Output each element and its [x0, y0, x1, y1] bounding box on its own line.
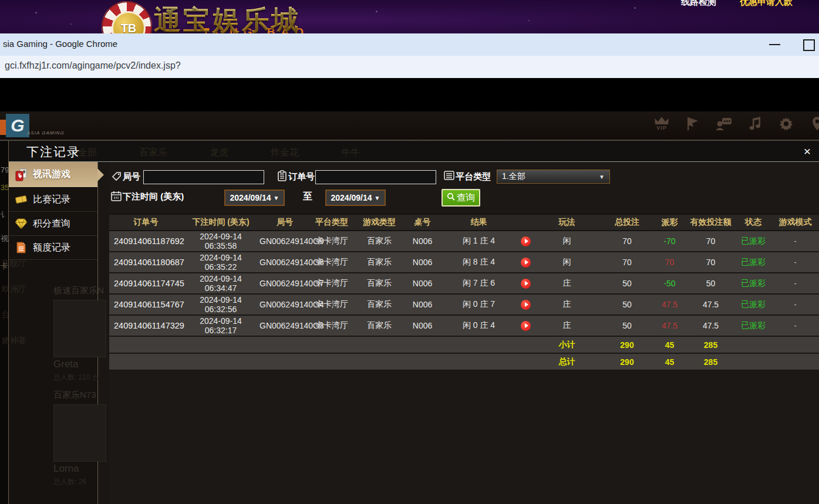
payout-cell: -50	[653, 273, 686, 294]
flag-icon[interactable]	[683, 116, 703, 135]
bet-records-table: 订单号下注时间 (美东)局号平台类型游戏类型桌号结果玩法总投注派彩有效投注额状态…	[109, 214, 819, 371]
replay-cell	[518, 273, 533, 294]
table-body: 2409140611876922024-09-14 06:35:58GN0062…	[109, 231, 819, 370]
maximize-button[interactable]	[803, 39, 815, 51]
empty-cell	[109, 336, 183, 353]
valid-bet-sum-cell: 285	[686, 336, 736, 353]
game-mode-cell: -	[771, 273, 819, 294]
total-bet-cell: 50	[601, 315, 653, 336]
bet-records-modal: 下注记录 全部百家乐龙虎炸金花牛牛 × 9 K 视讯游戏	[8, 141, 819, 504]
status-cell: 已派彩	[736, 315, 771, 336]
order-no-input[interactable]	[315, 170, 436, 184]
replay-cell	[518, 231, 533, 252]
sidebar-item-match-records[interactable]: 比赛记录	[9, 188, 97, 212]
empty-cell	[183, 336, 259, 353]
column-header: 派彩	[653, 214, 686, 231]
pin-icon[interactable]	[807, 116, 819, 135]
empty-cell	[353, 336, 406, 353]
play-type-cell: 闲	[533, 252, 601, 273]
table-row: 2409140611547672024-09-14 06:32:56GN0062…	[109, 294, 819, 315]
play-replay-icon[interactable]	[521, 236, 531, 246]
background-tab: 百家乐	[139, 147, 167, 159]
empty-cell	[736, 353, 771, 370]
column-header: 局号	[259, 214, 311, 231]
status-cell: 已派彩	[736, 273, 771, 294]
game-mode-cell: -	[771, 315, 819, 336]
platform-type-select[interactable]: 1.全部 ▼	[497, 170, 610, 184]
result-cell: 闲 8 庄 4	[439, 252, 518, 273]
total-label-cell: 小计	[533, 336, 601, 353]
total-bet-cell: 50	[601, 273, 653, 294]
search-button[interactable]: 查询	[441, 189, 480, 207]
modal-content: 局号 订单号 平台类型 1.全部 ▼ 下注时间 (美东) 2024/09/14	[109, 162, 819, 504]
promo-deposit-link[interactable]: 优惠申请入款	[740, 0, 793, 8]
search-icon	[447, 192, 455, 203]
round-no-input[interactable]	[143, 170, 264, 184]
empty-cell	[406, 353, 439, 370]
background-tabs: 全部百家乐龙虎炸金花牛牛	[78, 147, 360, 159]
table-row: 2409140611747452024-09-14 06:34:47GN0062…	[109, 273, 819, 294]
empty-cell	[259, 353, 311, 370]
brand-name: ASIA GAMING	[27, 130, 65, 136]
payout-cell: 47.5	[653, 315, 686, 336]
game-type-cell: 百家乐	[353, 294, 406, 315]
play-replay-icon[interactable]	[521, 321, 531, 331]
empty-cell	[259, 336, 311, 353]
bet-time-label: 下注时间 (美东)	[123, 191, 184, 202]
close-icon[interactable]: ×	[800, 144, 814, 158]
empty-cell	[406, 336, 439, 353]
sidebar-item-label: 比赛记录	[33, 194, 70, 206]
status-cell: 已派彩	[736, 294, 771, 315]
empty-cell	[439, 353, 518, 370]
empty-cell	[353, 353, 406, 370]
vip-icon[interactable]: VIP	[652, 116, 672, 135]
column-header: 状态	[736, 214, 771, 231]
column-header: 下注时间 (美东)	[183, 214, 259, 231]
result-cell: 闲 0 庄 4	[439, 315, 518, 336]
sidebar-item-label: 积分查询	[33, 218, 70, 230]
bet-time-cell: 2024-09-14 06:35:22	[183, 252, 259, 273]
support-chat-icon[interactable]	[714, 116, 734, 135]
empty-cell	[311, 336, 353, 353]
address-bar[interactable]: gci.fxfhzj1r.com/agingame/pcv2/index.jsp…	[0, 56, 819, 79]
play-replay-icon[interactable]	[521, 258, 531, 268]
line-check-link[interactable]: 线路检测	[681, 0, 716, 8]
settings-gear-icon[interactable]	[776, 116, 796, 135]
order-no-label: 订单号	[288, 171, 315, 182]
column-header: 总投注	[601, 214, 653, 231]
replay-cell	[518, 252, 533, 273]
background-tab: 牛牛	[341, 147, 360, 159]
music-icon[interactable]	[745, 116, 765, 135]
play-replay-icon[interactable]	[521, 300, 531, 310]
platform-cell: 卡卡湾厅	[311, 273, 353, 294]
sidebar-item-video-games[interactable]: 9 K 视讯游戏	[9, 162, 97, 188]
clipboard-icon	[277, 170, 287, 184]
date-from-select[interactable]: 2024/09/14 ▼	[224, 190, 285, 206]
game-type-cell: 百家乐	[353, 315, 406, 336]
column-header: 玩法	[533, 214, 601, 231]
column-header	[518, 214, 533, 231]
order-number-cell: 240914061174745	[109, 273, 183, 294]
column-header: 平台类型	[311, 214, 353, 231]
game-type-cell: 百家乐	[353, 252, 406, 273]
round-number-cell: GN006249140G8	[259, 252, 311, 273]
game-mode-cell: -	[771, 231, 819, 252]
total-bet-cell: 70	[601, 252, 653, 273]
replay-cell	[518, 315, 533, 336]
play-type-cell: 庄	[533, 315, 601, 336]
game-mode-cell: -	[771, 294, 819, 315]
lobby-menu-bleed: 旗舰厅 欧洲厅 台 赌神赛	[2, 250, 26, 353]
modal-header: 下注记录 全部百家乐龙虎炸金花牛牛 ×	[9, 141, 819, 162]
platform-list-icon	[444, 170, 454, 183]
date-to-select[interactable]: 2024/09/14 ▼	[325, 190, 386, 206]
tag-icon	[112, 171, 122, 184]
gem-icon	[15, 217, 28, 230]
bet-time-cell: 2024-09-14 06:34:47	[183, 273, 259, 294]
total-bet-cell: 70	[601, 231, 653, 252]
sidebar-item-points-query[interactable]: 积分查询	[9, 212, 97, 236]
round-number-cell: GN006249140G9	[259, 231, 311, 252]
minimize-button[interactable]	[769, 44, 780, 45]
result-cell: 闲 7 庄 6	[439, 273, 518, 294]
play-replay-icon[interactable]	[521, 279, 531, 289]
empty-cell	[518, 336, 533, 353]
